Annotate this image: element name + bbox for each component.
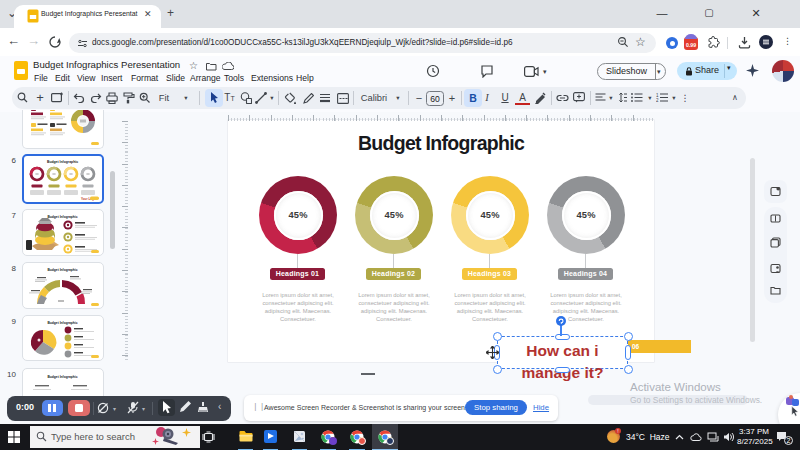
svg-text:1: 1 [656,93,659,98]
svg-text:0.99: 0.99 [686,42,696,48]
svg-text:Budget Infographic: Budget Infographic [47,321,77,325]
svg-text:Budget Infographic: Budget Infographic [47,215,77,219]
svg-text:Budget Infographic: Budget Infographic [47,160,78,164]
svg-text:Budget Infographic: Budget Infographic [47,268,77,272]
svg-text:2: 2 [656,98,659,102]
svg-text:Budget Infographic: Budget Infographic [47,375,77,379]
